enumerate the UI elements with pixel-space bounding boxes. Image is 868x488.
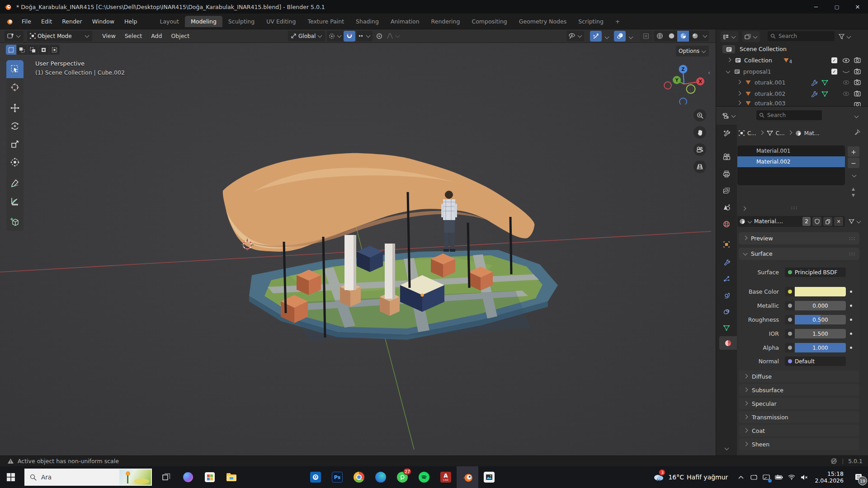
outliner-row-collection[interactable]: Collection 4 ✓ [716,55,868,66]
canopy-mesh[interactable] [223,153,535,252]
proportional-editing-toggle[interactable] [373,31,385,42]
outliner-row-oturak-001[interactable]: oturak.001 [716,77,868,88]
tool-cursor[interactable] [6,78,24,96]
socket-button[interactable] [785,343,795,352]
surface-panel-header[interactable]: Surface [739,248,859,260]
material-slot-2-selected[interactable]: Material.002 [737,156,845,167]
menu-file[interactable]: File [17,18,36,25]
outliner-row-scene-collection[interactable]: Scene Collection [716,44,868,54]
menu-render[interactable]: Render [57,18,87,25]
orthographic-toggle-icon[interactable] [693,160,706,173]
gizmos-toggle[interactable] [590,31,602,42]
breadcrumb-object[interactable]: C... [747,130,756,136]
expand-icon[interactable] [727,58,731,62]
menu-edit[interactable]: Edit [36,18,57,25]
camera-render-icon[interactable] [854,68,861,75]
add-workspace-button[interactable]: + [609,16,626,27]
viewport-menu-object[interactable]: Object [166,33,194,39]
tab-output[interactable] [719,167,734,181]
outliner-filter-dropdown[interactable] [837,31,853,42]
overlays-dropdown-icon[interactable] [629,35,633,39]
copilot-icon[interactable] [177,466,199,488]
users-count-button[interactable]: 2 [802,217,811,226]
animate-dot[interactable] [850,305,852,307]
eye-icon[interactable] [842,58,850,63]
navigation-gizmo[interactable]: Z Y X [664,64,704,104]
outliner-filter-viewlayer-dropdown[interactable] [742,31,760,42]
animate-dot[interactable] [850,333,852,335]
workspace-tab-modeling[interactable]: Modeling [185,16,222,27]
tool-measure[interactable] [6,192,24,210]
overlays-toggle[interactable] [614,31,626,42]
viewport-menu-select[interactable]: Select [120,33,147,39]
task-view-button[interactable] [156,466,177,488]
eye-icon[interactable] [843,80,849,85]
metallic-slider[interactable]: 0.000 [785,301,846,310]
panel-coat[interactable]: Coat [739,425,859,436]
pin-icon[interactable] [854,129,860,136]
tab-object[interactable] [719,238,734,251]
close-button[interactable]: ✕ [847,0,868,14]
material-icon[interactable] [739,218,745,225]
workspace-tab-layout[interactable]: Layout [154,16,185,27]
autocad-icon[interactable]: A CAD [435,466,457,488]
expand-icon[interactable] [737,91,741,96]
tray-temperature[interactable]: 16°C [668,474,684,481]
options-button[interactable]: Options [676,46,709,56]
workspace-tab-scripting[interactable]: Scripting [572,16,609,27]
tool-scale[interactable] [6,135,24,153]
editor-type-button[interactable] [5,31,24,42]
workspace-tab-compositing[interactable]: Compositing [466,16,513,27]
expand-icon[interactable] [737,100,741,105]
tab-render[interactable] [719,150,734,164]
slot-move-down-button[interactable]: ▼ [852,193,855,197]
eye-icon[interactable] [843,91,849,96]
socket-button[interactable] [785,315,795,324]
snap-target-dropdown[interactable] [357,31,373,42]
material-slot-1[interactable]: Material.001 [737,145,845,156]
outliner-search-input[interactable] [768,31,835,41]
socket-button[interactable] [785,287,795,296]
camera-view-icon[interactable] [693,143,706,156]
list-expand-icon[interactable] [742,206,746,211]
photos-icon[interactable] [478,466,500,488]
fake-user-shield-button[interactable] [812,217,821,226]
workspace-tab-geometry-nodes[interactable]: Geometry Nodes [513,16,572,27]
roughness-slider[interactable]: 0.500 [785,315,846,324]
workspace-tab-rendering[interactable]: Rendering [425,16,466,27]
sidebar-collapse-icon[interactable]: ‹ [708,69,710,76]
file-explorer-icon[interactable] [221,466,242,488]
workspace-tab-animation[interactable]: Animation [385,16,425,27]
workspace-tab-uv-editing[interactable]: UV Editing [260,16,302,27]
panel-drag-grip[interactable] [849,252,855,256]
chrome-icon[interactable] [348,466,370,488]
visibility-dropdown[interactable] [566,31,584,42]
workspace-tab-shading[interactable]: Shading [350,16,385,27]
panel-drag-grip[interactable] [849,237,855,240]
socket-button[interactable] [785,329,795,338]
microsoft-store-icon[interactable] [199,466,221,488]
proportional-falloff-dropdown[interactable] [385,31,402,42]
add-slot-button[interactable]: + [848,146,859,157]
tab-scene[interactable] [719,201,734,214]
properties-search-input[interactable] [756,110,822,120]
blender-taskbar-icon[interactable] [457,466,478,488]
tool-rotate[interactable] [6,117,24,135]
tabs-overflow-icon[interactable] [725,446,729,450]
preview-panel-header[interactable]: Preview [739,232,859,244]
animate-dot[interactable] [850,319,852,321]
new-material-button[interactable] [823,217,832,226]
tray-expand-icon[interactable] [735,468,747,486]
workspace-tab-sculpting[interactable]: Sculpting [222,16,260,27]
list-resize-grip[interactable] [791,206,797,210]
shading-rendered-button[interactable] [689,31,701,42]
start-button[interactable] [0,466,22,488]
socket-button[interactable] [785,301,795,310]
ior-slider[interactable]: 1.500 [785,329,846,338]
select-mode-intersect[interactable] [49,45,60,55]
maximize-button[interactable]: ▢ [826,0,847,14]
snap-toggle[interactable] [344,31,355,42]
tool-add-cube[interactable] [6,213,24,231]
slot-move-up-button[interactable]: ▲ [852,187,855,191]
animate-dot[interactable] [850,291,852,293]
